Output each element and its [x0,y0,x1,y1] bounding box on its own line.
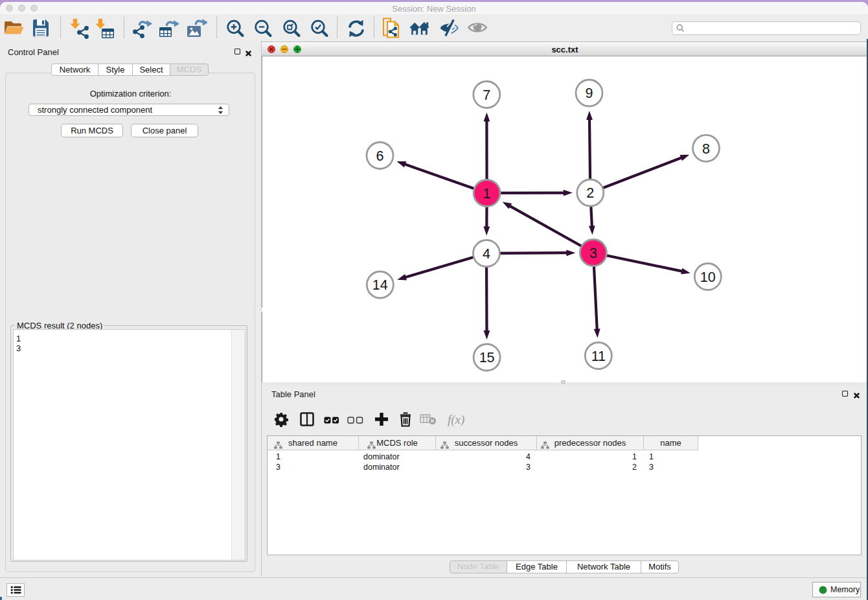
svg-text:2: 2 [586,185,594,201]
svg-text:11: 11 [591,349,606,364]
svg-text:15: 15 [479,350,495,365]
svg-text:6: 6 [376,148,384,164]
svg-text:10: 10 [700,270,716,285]
svg-text:14: 14 [372,277,388,293]
svg-text:9: 9 [586,86,593,101]
svg-text:8: 8 [702,141,710,157]
svg-text:7: 7 [483,87,490,103]
svg-text:4: 4 [483,246,490,262]
svg-text:1: 1 [483,186,491,202]
svg-text:3: 3 [589,246,597,261]
